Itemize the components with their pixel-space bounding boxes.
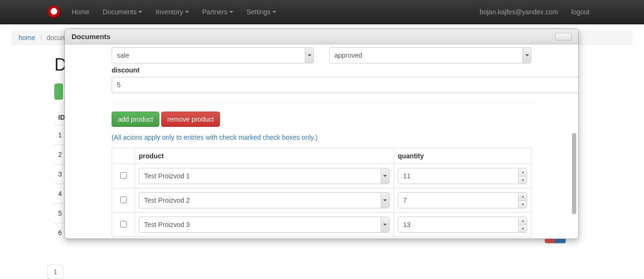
navbar: Home Documents Inventory Partners Settin… bbox=[0, 0, 644, 24]
chevron-down-icon bbox=[272, 11, 276, 13]
breadcrumb-home[interactable]: home bbox=[19, 34, 35, 41]
spinner-icon[interactable]: ▴▾ bbox=[518, 168, 527, 184]
discount-input[interactable]: 5 ▴▾ bbox=[112, 77, 578, 93]
table-row: Test Proizvod 1 11▴▾ bbox=[112, 164, 531, 188]
column-product: product bbox=[135, 148, 394, 164]
remove-product-button[interactable]: remove product bbox=[161, 112, 220, 127]
row-checkbox[interactable] bbox=[120, 172, 127, 179]
quantity-input[interactable]: 11▴▾ bbox=[398, 168, 527, 184]
nav-home[interactable]: Home bbox=[65, 1, 96, 23]
helper-text: (All acions apply only to entries with c… bbox=[112, 134, 570, 141]
quantity-value: 11 bbox=[403, 172, 411, 180]
discount-label: discount bbox=[112, 66, 570, 74]
nav-settings[interactable]: Settings bbox=[240, 1, 283, 23]
chevron-down-icon bbox=[381, 217, 389, 232]
nav-partners[interactable]: Partners bbox=[196, 1, 240, 23]
pagination: 1 bbox=[47, 268, 63, 276]
table-row: 5 bbox=[54, 203, 65, 223]
product-select[interactable]: Test Proizvod 2 bbox=[139, 192, 390, 208]
table-row: Test Proizvod 3 13▴▾ bbox=[112, 213, 531, 237]
product-select[interactable]: Test Proizvod 1 bbox=[139, 168, 390, 184]
quantity-value: 13 bbox=[403, 221, 411, 228]
nav-settings-label: Settings bbox=[247, 8, 271, 16]
page-1[interactable]: 1 bbox=[47, 265, 63, 279]
table-row: 3 bbox=[54, 164, 65, 184]
add-button[interactable] bbox=[54, 83, 63, 100]
chevron-down-icon bbox=[185, 11, 189, 13]
nav-documents[interactable]: Documents bbox=[96, 1, 149, 23]
nav-documents-label: Documents bbox=[103, 8, 136, 16]
quantity-input[interactable]: 7▴▾ bbox=[398, 192, 527, 208]
type-select[interactable]: sale bbox=[112, 47, 314, 63]
modal-header: Documents bbox=[65, 29, 578, 44]
chevron-down-icon bbox=[305, 48, 313, 63]
product-select[interactable]: Test Proizvod 3 bbox=[139, 217, 390, 233]
nav-user[interactable]: bojan.kajfes@yandex.com bbox=[473, 1, 564, 23]
row-checkbox[interactable] bbox=[120, 196, 127, 203]
chevron-down-icon bbox=[522, 48, 531, 63]
nav-inventory-label: Inventory bbox=[156, 8, 183, 16]
chevron-down-icon bbox=[138, 11, 142, 13]
breadcrumb-separator: / bbox=[37, 34, 45, 41]
brand-logo[interactable] bbox=[48, 6, 60, 18]
chevron-down-icon bbox=[381, 193, 389, 208]
nav-inventory[interactable]: Inventory bbox=[149, 1, 196, 23]
divider bbox=[112, 103, 531, 103]
close-button[interactable] bbox=[555, 33, 571, 41]
table-row: 1 bbox=[54, 125, 65, 145]
row-checkbox[interactable] bbox=[120, 221, 127, 227]
nav-logout[interactable]: logout bbox=[565, 1, 596, 23]
products-table: product quantity Test Proizvod 1 11▴▾ Te… bbox=[112, 148, 531, 237]
status-select-value: approved bbox=[334, 52, 362, 59]
scrollbar[interactable] bbox=[572, 133, 576, 214]
documents-modal: Documents sale approved discount 5 ▴▾ ad… bbox=[64, 29, 579, 239]
chevron-down-icon bbox=[229, 11, 233, 13]
modal-body: sale approved discount 5 ▴▾ add product … bbox=[65, 44, 578, 238]
spinner-icon[interactable]: ▴▾ bbox=[518, 193, 527, 208]
product-value: Test Proizvod 3 bbox=[144, 221, 190, 228]
nav-partners-label: Partners bbox=[202, 8, 228, 16]
discount-value: 5 bbox=[117, 81, 121, 89]
spinner-icon[interactable]: ▴▾ bbox=[518, 217, 527, 232]
column-quantity: quantity bbox=[394, 148, 531, 164]
product-value: Test Proizvod 2 bbox=[144, 196, 190, 204]
quantity-value: 7 bbox=[403, 196, 407, 204]
table-row: Test Proizvod 2 7▴▾ bbox=[112, 188, 531, 213]
table-row: 4 bbox=[54, 184, 65, 203]
table-row: 2 bbox=[54, 145, 65, 164]
quantity-input[interactable]: 13▴▾ bbox=[398, 217, 527, 233]
modal-title: Documents bbox=[72, 32, 111, 41]
type-select-value: sale bbox=[117, 52, 129, 59]
add-product-button[interactable]: add product bbox=[112, 112, 159, 127]
column-checkbox bbox=[112, 148, 135, 164]
chevron-down-icon bbox=[381, 168, 389, 184]
product-value: Test Proizvod 1 bbox=[144, 172, 190, 180]
status-select[interactable]: approved bbox=[329, 47, 531, 63]
table-row: 6 bbox=[54, 223, 65, 242]
